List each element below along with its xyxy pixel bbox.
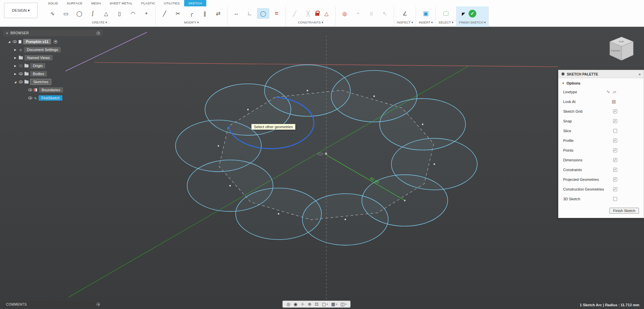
measure-icon[interactable]: ∠ [399,8,411,19]
toolbar-group-label-insert[interactable]: INSERT ▾ [419,20,433,24]
browser-item-bodies[interactable]: ▶ Bodies [3,70,103,78]
toolbar-group-label-inspect[interactable]: INSPECT ▾ [397,20,413,24]
visibility-eye-icon[interactable] [28,97,32,99]
palette-checkbox[interactable] [613,119,617,123]
fillet-tool-icon[interactable]: ╭ [185,8,198,19]
browser-item-label[interactable]: Sketches [30,79,51,85]
sketch-palette-header[interactable]: SKETCH PALETTE » [558,70,644,78]
palette-options-header[interactable]: ▼ Options [558,78,644,87]
toolbar-group-label-create[interactable]: CREATE ▾ [92,20,107,24]
grid-settings-icon[interactable]: ▦ ▾ [329,301,339,307]
viewports-icon[interactable]: ◫ ▾ [339,301,348,307]
visibility-eye-icon[interactable] [19,72,23,75]
zoom-icon[interactable]: ⊕ [306,301,313,307]
look-at-icon[interactable]: ◉ [292,301,299,307]
chevron-down-icon[interactable]: ▾ [345,303,346,306]
browser-item-origin[interactable]: ▶ Origin [3,62,103,70]
comments-toggle-icon[interactable] [97,303,100,306]
palette-checkbox[interactable] [613,148,617,152]
browser-item-firstsketch[interactable]: ∿ FirstSketch [3,94,103,102]
corner-rectangle-icon[interactable]: ∟ [244,8,256,19]
collapse-browser-icon[interactable]: « [6,31,8,35]
palette-checkbox[interactable] [613,177,617,182]
browser-item-label[interactable]: Named Views [24,55,53,60]
browser-header[interactable]: « BROWSER [3,30,103,36]
horizontal-vertical-constraint-icon[interactable]: ╱ [288,8,301,19]
activate-radio-icon[interactable] [54,40,57,44]
visibility-eye-icon[interactable] [19,64,23,67]
palette-checkbox[interactable] [613,187,617,191]
comments-bar[interactable]: COMMENTS [3,301,103,307]
display-settings-icon[interactable]: ▢ ▾ [320,301,329,307]
circle-tool-icon[interactable]: ◯ [73,8,86,19]
point-tool-icon[interactable]: + [140,8,153,19]
finish-sketch-check-icon[interactable]: ✓ [469,10,476,17]
ribbon-tab[interactable]: SURFACE [62,0,87,6]
sketch-dimension-icon[interactable]: ↔ [230,8,243,19]
extend-tool-icon[interactable]: ╱ [158,8,171,19]
browser-item-label[interactable]: Document Settings [24,47,61,52]
browser-item-sketches[interactable]: ◢ Sketches [3,78,103,86]
expander-icon[interactable]: ▶ [13,56,17,59]
pan-icon[interactable]: ⊹ [299,301,306,307]
palette-checkbox[interactable] [613,197,617,201]
finish-sketch-button[interactable]: Finish Sketch [609,208,639,214]
chevron-down-icon[interactable]: ▾ [327,303,328,306]
visibility-eye-icon[interactable] [28,89,32,91]
toolbar-group-label-constraints[interactable]: CONSTRAINTS ▾ [298,20,323,24]
insert-image-icon[interactable]: ▣ [420,8,432,19]
chevron-down-icon[interactable]: ▾ [336,303,337,306]
browser-item-label[interactable]: Origin [30,63,45,68]
concentric-constraint-icon[interactable]: ◎ [338,8,351,19]
expander-icon[interactable]: ▶ [13,72,17,75]
ribbon-tab[interactable]: MESH [87,0,105,6]
browser-item-pumpkin[interactable]: ◢ Pumpkin v11 [3,38,103,46]
offset-tool-icon[interactable]: ∥ [199,8,211,19]
visibility-eye-icon[interactable] [19,81,23,83]
ribbon-tab[interactable]: PLASTIC [137,0,160,6]
equal-constraint-icon[interactable]: = [270,8,283,19]
fit-icon[interactable]: ⊡ [313,301,320,307]
line-tool-icon[interactable]: ∿ [46,8,59,19]
browser-item-named-views[interactable]: ▶ Named Views [3,54,103,62]
visibility-eye-icon[interactable] [13,40,17,43]
palette-option-icon[interactable]: ▤ [612,99,619,104]
view-cube[interactable]: TOP FRONT [604,33,641,66]
select-box-icon[interactable] [443,11,448,16]
browser-display-toggle-icon[interactable] [97,32,100,35]
expander-icon[interactable]: ◢ [7,40,11,43]
palette-collapse-icon[interactable]: » [639,72,641,76]
expander-icon[interactable]: ▶ [13,48,17,51]
browser-item-document-settings[interactable]: ▶ ☼ Document Settings [3,46,103,54]
fix-lock-icon[interactable] [315,13,319,16]
active-circle-tool-icon[interactable]: ◯ [257,8,269,19]
trim-scissors-icon[interactable]: ✂ [172,8,184,19]
expander-icon[interactable]: ▶ [13,64,17,67]
palette-checkbox[interactable] [613,158,617,162]
ribbon-tab[interactable]: SHEET METAL [105,0,137,6]
equal-triangle-constraint-icon[interactable]: △ [320,8,333,19]
browser-item-label[interactable]: Boundaries [39,87,63,93]
browser-item-label[interactable]: FirstSketch [39,95,62,101]
expander-icon[interactable]: ◢ [13,81,17,84]
design-menu-button[interactable]: DESIGN ▾ [4,3,38,18]
ribbon-tab[interactable]: SKETCH [184,0,206,6]
toolbar-group-label-select[interactable]: SELECT ▾ [438,20,453,24]
mirror-tool-icon[interactable]: ⇄ [212,8,224,19]
tangent-constraint-icon[interactable]: ╳ [302,8,314,19]
browser-item-label[interactable]: Pumpkin v11 [23,39,51,44]
polygon-tool-icon[interactable]: △ [100,8,112,19]
ribbon-tab[interactable]: SOLID [44,0,62,6]
spline-tool-icon[interactable]: ∫ [87,8,99,19]
palette-checkbox[interactable] [613,109,617,113]
palette-checkbox[interactable] [613,129,617,133]
orbit-icon[interactable]: ◎ [285,301,292,307]
symmetry-constraint-icon[interactable]: [|] [365,8,378,19]
palette-checkbox[interactable] [613,168,617,172]
slot-tool-icon[interactable]: ▯ [113,8,126,19]
toolbar-group-label-modify[interactable]: MODIFY ▾ [184,20,199,24]
rectangle-tool-icon[interactable]: ▭ [60,8,72,19]
curvature-constraint-icon[interactable]: ↖ [379,8,391,19]
arc-tool-icon[interactable]: ◠ [127,8,139,19]
browser-item-label[interactable]: Bodies [30,71,47,76]
